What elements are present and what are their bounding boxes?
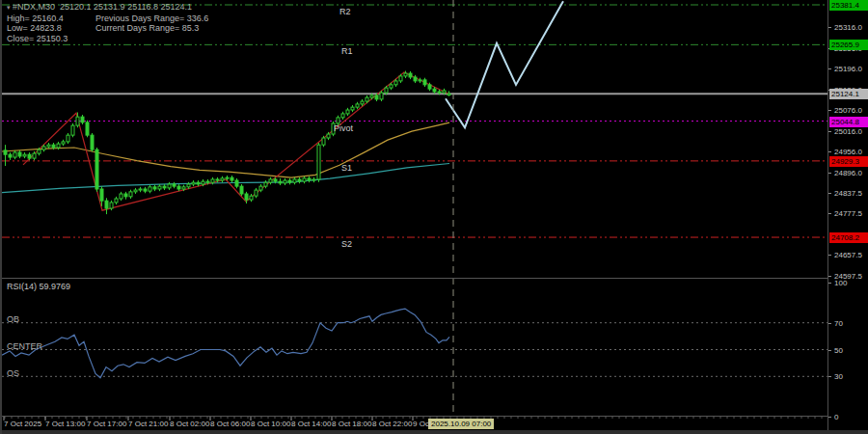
price-tick-label: 25016.0 (834, 127, 862, 136)
time-axis-label: 7 Oct 17:00 (87, 420, 126, 428)
price-tick-label: 50 (834, 346, 843, 355)
candle-body (129, 192, 132, 197)
candle-body (279, 181, 282, 183)
candle-body (438, 92, 441, 93)
candle-body (269, 179, 272, 182)
time-axis-label: 8 Oct 02:00 (170, 420, 209, 428)
candle-body (197, 182, 200, 184)
time-axis-label: 8 Oct 22:00 (372, 420, 412, 428)
candle-body (409, 73, 412, 77)
candle-body (370, 95, 373, 97)
candle-body (202, 181, 204, 184)
price-tick-label: 24956.0 (834, 148, 862, 156)
candle-body (443, 91, 446, 93)
rsi-line (2, 309, 449, 378)
price-tickmark (828, 283, 831, 284)
candle-body (177, 186, 180, 189)
candle-body (38, 149, 41, 153)
cursor-time-badge: 2025.10.09 07:00 (428, 419, 494, 429)
candle-body (139, 189, 142, 190)
time-axis-label: 7 Oct 21:00 (128, 420, 168, 428)
candle-body (250, 196, 253, 200)
time-axis-label: 8 Oct 14:00 (291, 420, 331, 428)
candle-body (134, 190, 137, 192)
candle-body (67, 135, 69, 142)
time-axis-label: 9 Oct (413, 420, 431, 428)
candle-body (341, 114, 344, 118)
candle-body (124, 194, 127, 197)
candle-body (216, 179, 219, 180)
price-tick-label: 24896.0 (834, 169, 862, 177)
candle-body (245, 194, 248, 200)
candle-body (356, 104, 359, 107)
candle-body (168, 184, 171, 188)
candle-body (433, 89, 436, 92)
candle-body (231, 177, 233, 180)
price-tickmark (828, 417, 831, 418)
price-tickmark (828, 110, 831, 111)
price-tick-label: 0 (834, 413, 838, 421)
candle-body (264, 182, 267, 186)
candle-body (14, 152, 16, 157)
candle-body (366, 97, 368, 101)
candle-body (18, 152, 21, 156)
candle-body (52, 145, 55, 148)
candle-body (86, 122, 89, 135)
price-tickmark (828, 131, 831, 132)
price-tick-label: 100 (834, 279, 847, 287)
candle-body (298, 179, 301, 181)
candle-body (312, 179, 315, 180)
candle-body (62, 142, 65, 144)
candle-body (144, 189, 147, 191)
chart-canvas[interactable] (2, 0, 827, 430)
price-tick-label: 24657.5 (834, 251, 862, 259)
candle-body (158, 186, 161, 189)
pivot-level-label-r1: R1 (341, 46, 353, 56)
candle-body (71, 125, 74, 135)
price-scale[interactable]: 25316.025256.025196.025136.025076.025016… (827, 0, 868, 430)
candle-body (274, 179, 277, 181)
candle-body (448, 94, 450, 95)
bottom-frame-strip (2, 430, 868, 434)
time-axis-label: 7 Oct 2025 (4, 420, 41, 428)
price-tickmark (828, 276, 831, 277)
time-axis[interactable]: 2025.10.09 07:00 7 Oct 20257 Oct 13:007 … (2, 417, 827, 430)
candle-body (308, 178, 311, 180)
time-axis-label: 8 Oct 18:00 (332, 420, 371, 428)
candle-body (163, 186, 166, 188)
candle-body (293, 179, 296, 182)
candle-body (105, 201, 108, 208)
candle-body (375, 95, 378, 99)
price-scale-badge: 25381.4 (829, 0, 868, 11)
candle-body (419, 80, 421, 81)
candle-body (47, 145, 50, 147)
candle-body (33, 153, 36, 158)
candle-body (303, 178, 306, 181)
forecast-line (446, 1, 563, 127)
candle-body (81, 117, 84, 122)
candle-body (206, 181, 209, 182)
candle-body (428, 85, 431, 89)
candle-body (149, 187, 151, 191)
price-tick-label: 24837.5 (834, 189, 862, 198)
candle-body (28, 154, 31, 158)
price-tick-label: 25076.0 (834, 106, 862, 115)
time-axis-label: 7 Oct 13:00 (45, 420, 85, 428)
candle-body (76, 117, 79, 125)
price-tickmark (828, 173, 831, 174)
symbol-dropdown-arrow[interactable]: ▾ (7, 4, 11, 11)
candle-body (404, 73, 407, 76)
ma-fast-line (2, 122, 449, 177)
candle-body (284, 180, 286, 183)
pivot-level-label-s2: S2 (341, 239, 352, 249)
candle-body (288, 180, 291, 182)
rsi-indicator-label: RSI(14) 59.9769 (7, 282, 70, 291)
price-scale-badge: 24929.3 (829, 156, 868, 167)
candle-body (226, 177, 229, 178)
candle-body (385, 88, 388, 93)
price-tickmark (828, 213, 831, 214)
price-tick-label: 25316.0 (834, 23, 862, 32)
time-axis-label: 8 Oct 10:00 (251, 420, 290, 428)
rsi-ob-label: OB (7, 314, 19, 324)
candle-body (414, 77, 417, 81)
